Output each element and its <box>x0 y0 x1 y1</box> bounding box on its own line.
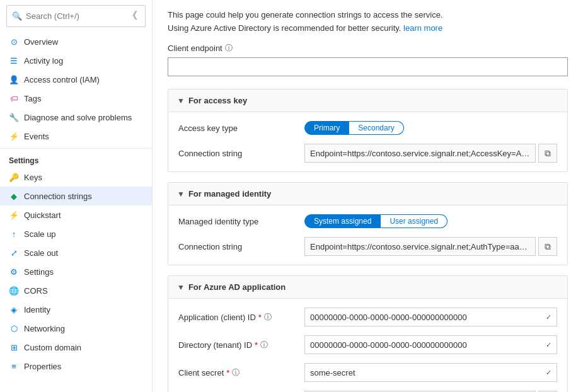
dir-tenant-id-chevron-icon: ✓ <box>546 341 551 349</box>
sidebar-item-label: Identity <box>24 305 50 314</box>
sidebar-item-access-control[interactable]: 👤 Access control (IAM) <box>0 70 152 89</box>
azure-ad-section-header[interactable]: ▼ For Azure AD application <box>168 276 567 299</box>
page-intro-text: This page could help you generate connec… <box>168 10 568 20</box>
user-assigned-button[interactable]: User assigned <box>381 214 447 228</box>
sidebar-item-networking[interactable]: ⬡ Networking <box>0 319 152 338</box>
conn-icon: ◆ <box>9 191 19 201</box>
key-icon: 🔑 <box>9 172 19 182</box>
intro-text: This page could help you generate connec… <box>168 10 442 20</box>
dir-tenant-id-input[interactable]: 00000000-0000-0000-0000-000000000000 ✓ <box>304 335 557 354</box>
access-key-conn-str-label: Connection string <box>178 149 304 158</box>
managed-identity-section: ▼ For managed identity Managed identity … <box>168 182 568 265</box>
access-key-type-row: Access key type Primary Secondary <box>178 121 557 135</box>
client-secret-input[interactable]: some-secret ✓ <box>304 363 557 382</box>
access-key-toggle-group: Primary Secondary <box>304 121 557 135</box>
sidebar-item-events[interactable]: ⚡ Events <box>0 127 152 146</box>
sidebar-item-quickstart[interactable]: ⚡ Quickstart <box>0 205 152 224</box>
sidebar-item-label: Keys <box>24 173 42 182</box>
aad-recommendation: Using Azure Active Directory is recommen… <box>168 23 568 33</box>
managed-identity-conn-str-input[interactable] <box>304 237 536 256</box>
networking-icon: ⬡ <box>9 323 19 333</box>
iam-icon: 👤 <box>9 74 19 84</box>
dir-tenant-id-info-icon[interactable]: ⓘ <box>260 340 268 350</box>
sidebar-item-connection-strings[interactable]: ◆ Connection strings <box>0 187 152 205</box>
azure-ad-section: ▼ For Azure AD application Application (… <box>168 275 568 392</box>
sidebar-item-keys[interactable]: 🔑 Keys <box>0 168 152 187</box>
search-input[interactable] <box>26 11 121 21</box>
sidebar-item-identity[interactable]: ◈ Identity <box>0 300 152 319</box>
settings-section-label: Settings <box>0 148 152 168</box>
collapse-sidebar-button[interactable]: 《 <box>125 8 140 24</box>
managed-identity-type-row: Managed identity type System assigned Us… <box>178 214 557 228</box>
dir-tenant-id-dropdown-row: 00000000-0000-0000-0000-000000000000 ✓ <box>304 335 557 354</box>
sidebar-item-diagnose[interactable]: 🔧 Diagnose and solve problems <box>0 108 152 127</box>
managed-identity-toggle-group: System assigned User assigned <box>304 214 557 228</box>
client-secret-label: Client secret * ⓘ <box>178 367 304 378</box>
sidebar-item-label: Events <box>24 132 49 141</box>
dir-tenant-id-control: 00000000-0000-0000-0000-000000000000 ✓ <box>304 335 557 354</box>
sidebar-item-scale-out[interactable]: ⤢ Scale out <box>0 243 152 262</box>
client-secret-dropdown-row: some-secret ✓ <box>304 363 557 382</box>
access-key-conn-str-input[interactable] <box>304 144 536 163</box>
client-secret-info-icon[interactable]: ⓘ <box>232 367 240 378</box>
sidebar-item-label: Properties <box>24 362 61 371</box>
client-secret-control: some-secret ✓ <box>304 363 557 382</box>
circle-icon: ⊙ <box>9 37 19 47</box>
managed-identity-section-header[interactable]: ▼ For managed identity <box>168 183 567 205</box>
scale-out-icon: ⤢ <box>9 248 19 258</box>
access-key-conn-str-row: Connection string ⧉ <box>178 144 557 163</box>
identity-icon: ◈ <box>9 304 19 314</box>
sidebar-item-label: Diagnose and solve problems <box>24 113 132 122</box>
dir-tenant-id-required: * <box>255 340 258 350</box>
managed-identity-title: For managed identity <box>188 189 271 199</box>
sidebar-item-label: CORS <box>24 286 48 296</box>
client-endpoint-input[interactable] <box>168 57 568 76</box>
managed-identity-copy-button[interactable]: ⧉ <box>538 237 557 256</box>
primary-key-button[interactable]: Primary <box>304 121 349 135</box>
diagnose-icon: 🔧 <box>9 112 19 122</box>
access-key-section-body: Access key type Primary Secondary Connec… <box>168 112 567 171</box>
managed-identity-type-control: System assigned User assigned <box>304 214 557 228</box>
app-client-id-chevron-icon: ✓ <box>546 313 551 321</box>
access-key-title: For access key <box>188 96 247 105</box>
properties-icon: ≡ <box>9 361 19 371</box>
secondary-key-button[interactable]: Secondary <box>349 121 403 135</box>
access-key-conn-str-input-row: ⧉ <box>304 144 557 163</box>
app-client-id-input[interactable]: 00000000-0000-0000-0000-000000000000 ✓ <box>304 308 557 326</box>
client-endpoint-info-icon[interactable]: ⓘ <box>225 43 233 54</box>
app-client-id-dropdown-row: 00000000-0000-0000-0000-000000000000 ✓ <box>304 308 557 326</box>
azure-ad-section-body: Application (client) ID * ⓘ 00000000-000… <box>168 299 567 392</box>
sidebar-item-settings[interactable]: ⚙ Settings <box>0 262 152 281</box>
managed-identity-type-label: Managed identity type <box>178 217 304 226</box>
search-box[interactable]: 🔍 《 <box>6 5 146 27</box>
app-client-id-info-icon[interactable]: ⓘ <box>264 312 272 323</box>
sidebar-item-tags[interactable]: 🏷 Tags <box>0 89 152 108</box>
sidebar-item-label: Settings <box>24 267 54 277</box>
sidebar-item-properties[interactable]: ≡ Properties <box>0 357 152 376</box>
sidebar-item-scale-up[interactable]: ↑ Scale up <box>0 224 152 243</box>
client-endpoint-group: Client endpoint ⓘ <box>168 43 568 76</box>
quickstart-icon: ⚡ <box>9 210 19 220</box>
client-endpoint-label: Client endpoint ⓘ <box>168 43 568 54</box>
sidebar-item-label: Custom domain <box>24 343 81 352</box>
learn-more-link[interactable]: learn more <box>403 23 442 33</box>
managed-identity-conn-str-input-row: ⧉ <box>304 237 557 256</box>
access-key-copy-button[interactable]: ⧉ <box>538 144 557 163</box>
access-key-section-header[interactable]: ▼ For access key <box>168 89 567 112</box>
access-key-type-label: Access key type <box>178 124 304 133</box>
events-icon: ⚡ <box>9 131 19 141</box>
managed-identity-section-body: Managed identity type System assigned Us… <box>168 205 567 265</box>
sidebar-item-activity-log[interactable]: ☰ Activity log <box>0 51 152 70</box>
system-assigned-button[interactable]: System assigned <box>304 214 381 228</box>
sidebar-item-label: Scale out <box>24 248 58 258</box>
sidebar-item-overview[interactable]: ⊙ Overview <box>0 32 152 51</box>
sidebar-item-label: Quickstart <box>24 210 61 220</box>
access-key-section: ▼ For access key Access key type Primary… <box>168 89 568 172</box>
sidebar-item-cors[interactable]: 🌐 CORS <box>0 281 152 300</box>
sidebar-item-custom-domain[interactable]: ⊞ Custom domain <box>0 338 152 357</box>
managed-identity-chevron-icon: ▼ <box>177 190 185 199</box>
app-client-id-label: Application (client) ID * ⓘ <box>178 312 304 323</box>
sidebar-item-label: Tags <box>24 94 41 103</box>
managed-identity-conn-str-label: Connection string <box>178 242 304 251</box>
log-icon: ☰ <box>9 55 19 66</box>
